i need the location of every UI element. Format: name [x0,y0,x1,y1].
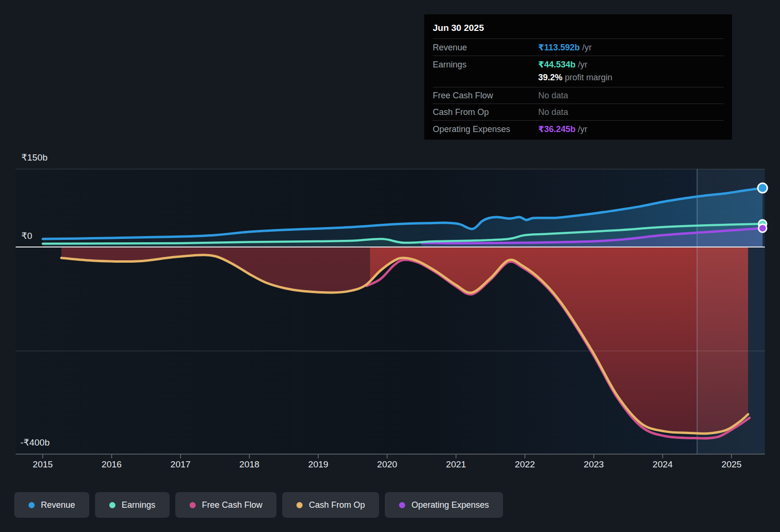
legend-item-cash-from-op[interactable]: Cash From Op [282,492,379,518]
legend-label: Earnings [122,500,155,510]
tooltip-value: No data [538,91,568,101]
chart-tooltip: Jun 30 2025 Revenue ₹113.592b /yr Earnin… [424,14,732,140]
y-axis-label-150b: ₹150b [21,152,48,163]
x-axis-label: 2022 [515,459,535,469]
legend-label: Revenue [41,500,75,510]
tooltip-value: ₹36.245b /yr [538,124,588,134]
tooltip-row-revenue: Revenue ₹113.592b /yr [433,38,723,56]
tooltip-date: Jun 30 2025 [433,19,723,38]
chart-legend: Revenue Earnings Free Cash Flow Cash Fro… [14,492,503,518]
tooltip-value: No data [538,107,568,117]
x-axis-label: 2023 [584,459,604,469]
highlight-band [697,169,765,454]
tooltip-label: Earnings [433,60,538,70]
x-axis-label: 2018 [239,459,259,469]
tooltip-row-cash-from-op: Cash From Op No data [433,104,723,120]
tooltip-row-profit-margin: 39.2% profit margin [433,73,723,87]
legend-item-operating-expenses[interactable]: Operating Expenses [385,492,503,518]
tooltip-row-operating-expenses: Operating Expenses ₹36.245b /yr [433,120,723,137]
tooltip-label: Revenue [433,43,538,53]
x-axis-label: 2020 [377,459,397,469]
legend-dot-cash-from-op [296,502,303,508]
legend-dot-earnings [109,502,115,508]
x-axis-label: 2024 [653,459,673,469]
tooltip-value: ₹44.534b /yr [538,59,588,70]
tooltip-label: Free Cash Flow [433,91,538,101]
y-axis-label-neg400b: -₹400b [20,437,50,448]
profit-margin-value: 39.2% [538,73,562,82]
tooltip-label: Operating Expenses [433,124,538,134]
operating-expenses-end-dot [759,224,767,232]
legend-label: Operating Expenses [411,500,489,510]
tooltip-row-earnings: Earnings ₹44.534b /yr [433,56,723,73]
legend-item-revenue[interactable]: Revenue [14,492,89,518]
legend-item-earnings[interactable]: Earnings [95,492,170,518]
legend-item-free-cash-flow[interactable]: Free Cash Flow [175,492,276,518]
legend-label: Cash From Op [309,500,365,510]
x-axis-label: 2025 [722,459,742,469]
tooltip-row-free-cash-flow: Free Cash Flow No data [433,87,723,104]
legend-label: Free Cash Flow [202,500,262,510]
x-axis-label: 2016 [102,459,122,469]
legend-dot-free-cash-flow [190,502,196,508]
x-axis-label: 2015 [33,459,53,469]
y-axis-label-zero: ₹0 [21,230,32,241]
x-axis-label: 2019 [308,459,328,469]
legend-dot-operating-expenses [399,502,405,508]
x-axis-label: 2017 [171,459,190,469]
legend-dot-revenue [29,502,35,508]
revenue-end-dot [758,183,767,193]
tooltip-label: Cash From Op [433,107,538,117]
x-axis-label: 2021 [446,459,466,469]
tooltip-value: ₹113.592b /yr [538,42,592,53]
